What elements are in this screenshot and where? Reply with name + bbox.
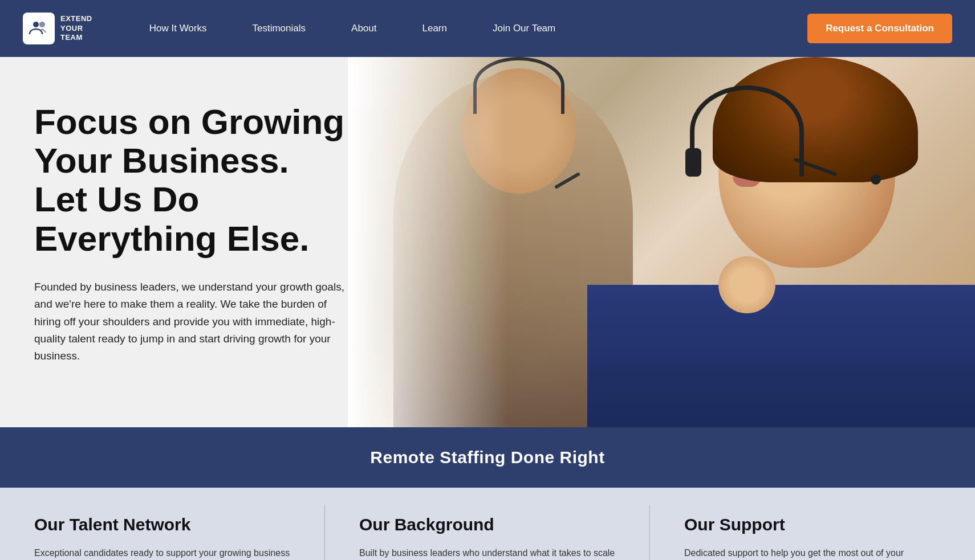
feature-talent-text: Exceptional candidates ready to support … xyxy=(34,546,291,560)
nav-links: How It Works Testimonials About Learn Jo… xyxy=(127,23,807,34)
hero-section: Focus on Growing Your Business. Let Us D… xyxy=(0,57,975,427)
nav-testimonials[interactable]: Testimonials xyxy=(230,23,329,34)
person-front-headset xyxy=(690,85,804,177)
hero-description: Founded by business leaders, we understa… xyxy=(34,279,354,365)
logo-link[interactable]: EXTEND YOUR TEAM xyxy=(23,13,92,44)
hero-title: Focus on Growing Your Business. Let Us D… xyxy=(34,103,354,258)
logo-icon xyxy=(23,13,55,44)
nav-about[interactable]: About xyxy=(328,23,399,34)
feature-section: Our Talent Network Exceptional candidate… xyxy=(0,488,975,560)
person-front-body xyxy=(587,285,975,427)
feature-talent-title: Our Talent Network xyxy=(34,515,291,534)
nav-join-our-team[interactable]: Join Our Team xyxy=(470,23,578,34)
brand-name: EXTEND YOUR TEAM xyxy=(60,14,92,43)
feature-support-title: Our Support xyxy=(684,515,941,534)
feature-background-text: Built by business leaders who understand… xyxy=(359,546,616,560)
nav-how-it-works[interactable]: How It Works xyxy=(127,23,230,34)
request-consultation-button[interactable]: Request a Consultation xyxy=(807,14,952,43)
navbar: EXTEND YOUR TEAM How It Works Testimonia… xyxy=(0,0,975,57)
svg-point-0 xyxy=(33,22,39,27)
feature-card-talent-network: Our Talent Network Exceptional candidate… xyxy=(0,488,325,560)
feature-background-title: Our Background xyxy=(359,515,616,534)
tagline-banner: Remote Staffing Done Right xyxy=(0,427,975,488)
tagline-text: Remote Staffing Done Right xyxy=(370,448,604,467)
hero-content: Focus on Growing Your Business. Let Us D… xyxy=(0,57,388,427)
feature-card-support: Our Support Dedicated support to help yo… xyxy=(650,488,975,560)
person-back-head xyxy=(462,68,576,194)
nav-learn[interactable]: Learn xyxy=(399,23,469,34)
feature-card-background: Our Background Built by business leaders… xyxy=(325,488,650,560)
hero-image xyxy=(348,57,975,427)
svg-point-1 xyxy=(39,22,45,27)
feature-support-text: Dedicated support to help you get the mo… xyxy=(684,546,941,560)
hero-photo-background xyxy=(348,57,975,427)
